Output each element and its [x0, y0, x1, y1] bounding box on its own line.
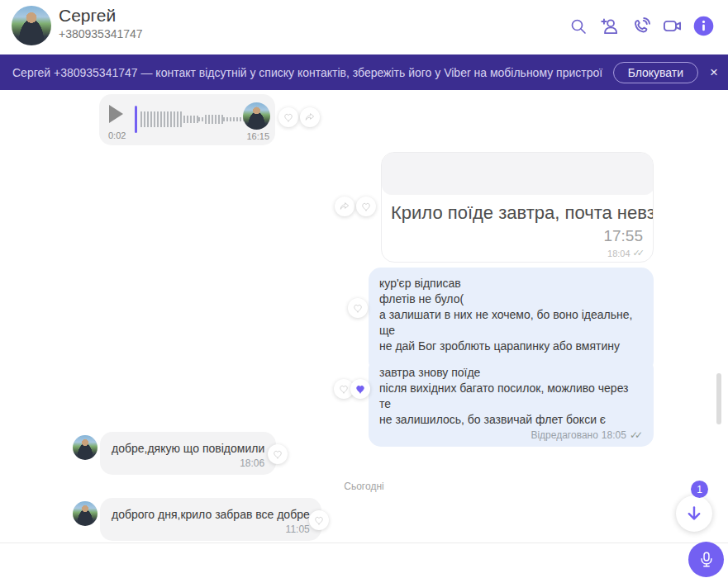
message-text: кур'єр відписав флетів не було( а залиша…	[379, 276, 643, 354]
like-heart-icon[interactable]	[278, 107, 298, 127]
message-time: 18:05	[602, 429, 626, 441]
voice-waveform[interactable]	[140, 104, 245, 134]
heart-reaction-icon[interactable]	[350, 379, 370, 399]
close-icon[interactable]: ×	[710, 65, 718, 79]
message-time: 18:04	[607, 249, 630, 258]
like-heart-icon[interactable]	[348, 298, 368, 318]
forward-icon[interactable]	[335, 197, 354, 216]
voice-sender-avatar	[243, 102, 270, 130]
info-icon[interactable]	[692, 15, 715, 37]
search-icon[interactable]	[567, 15, 589, 37]
voice-progress-cursor[interactable]	[135, 106, 137, 133]
incoming-message[interactable]: доброго дня,крило забрав все добре 11:05	[100, 498, 321, 541]
voice-duration: 0:02	[108, 130, 126, 140]
incoming-message[interactable]: добре,дякую що повідомили 18:06	[100, 432, 276, 475]
sender-avatar	[73, 435, 98, 460]
scroll-to-bottom-button[interactable]	[676, 495, 712, 532]
phone-call-icon[interactable]	[630, 15, 652, 37]
message-text: завтра знову поїде після вихідних багато…	[379, 365, 643, 428]
outgoing-message[interactable]: завтра знову поїде після вихідних багато…	[369, 357, 654, 447]
sender-avatar	[73, 501, 98, 526]
message-time: 11:05	[112, 524, 310, 535]
add-contact-icon[interactable]	[598, 15, 621, 37]
video-call-icon[interactable]	[661, 15, 683, 37]
forward-icon[interactable]	[300, 107, 320, 127]
like-heart-icon[interactable]	[309, 510, 329, 530]
banner-text: Сергей +380935341747 — контакт відсутній…	[12, 66, 613, 79]
block-button[interactable]: Блокувати	[613, 62, 698, 83]
composer-bar: GIF	[0, 542, 728, 578]
date-divider: Сьогодні	[0, 481, 728, 492]
image-text: Крило поїде завтра, почта невзяла	[391, 202, 649, 224]
scrollbar[interactable]	[716, 373, 721, 424]
unknown-contact-banner: Сергей +380935341747 — контакт відсутній…	[0, 54, 728, 90]
unread-count-badge: 1	[691, 481, 708, 498]
message-text: доброго дня,крило забрав все добре	[112, 507, 310, 523]
play-icon[interactable]	[109, 105, 123, 123]
edited-label: Відредаговано	[531, 429, 597, 441]
like-heart-icon[interactable]	[268, 444, 288, 464]
contact-avatar[interactable]	[12, 6, 51, 45]
voice-message-bubble: 0:02 16:15	[99, 94, 275, 145]
contact-name: Сергей	[59, 6, 116, 26]
chat-header: Сергей +380935341747	[0, 0, 728, 54]
read-receipt-icon: ✓✓	[633, 248, 645, 258]
microphone-button[interactable]	[688, 542, 724, 577]
image-message-bubble[interactable]: Крило поїде завтра, почта невзяла 17:55 …	[381, 152, 654, 263]
viber-chat-window: Сергей +380935341747 Сергей +38093534174…	[0, 0, 728, 578]
image-content-band	[382, 153, 654, 195]
read-receipt-icon: ✓✓	[630, 429, 643, 441]
image-inner-time: 17:55	[603, 227, 643, 245]
message-time: 16:15	[246, 131, 269, 141]
message-time: 18:06	[112, 457, 264, 469]
contact-phone: +380935341747	[59, 27, 143, 40]
like-heart-icon[interactable]	[356, 197, 376, 216]
message-text: добре,дякую що повідомили	[112, 441, 264, 457]
